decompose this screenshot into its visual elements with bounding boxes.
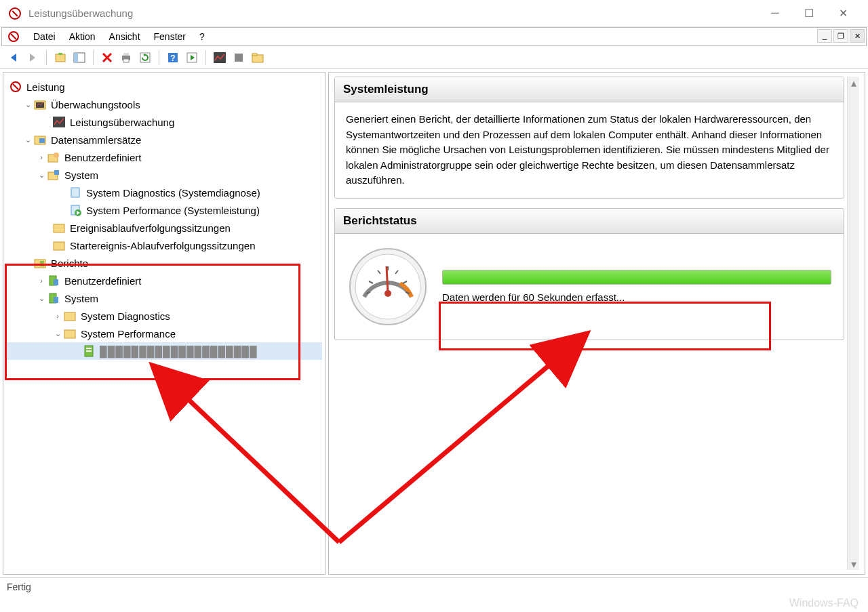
tree-reports-user[interactable]: › Benutzerdefiniert [6,272,322,289]
tree-monitoring-tools[interactable]: ⌄ Überwachungstools [6,96,322,113]
up-button[interactable] [52,49,68,66]
tree-label: ████████████████████ [100,346,258,357]
expand-icon[interactable]: ⌄ [22,136,33,144]
play-button[interactable] [184,49,200,66]
chart-button[interactable] [212,49,228,66]
delete-button[interactable] [99,49,115,66]
svg-rect-28 [54,170,59,175]
menu-ansicht[interactable]: Ansicht [102,30,147,43]
tree-root[interactable]: Leistung [6,78,322,96]
tree-reports[interactable]: ⌄ Berichte [6,254,322,272]
chart-icon [52,115,66,129]
svg-point-26 [54,152,59,158]
statusbar: Fertig [0,577,868,595]
expand-icon[interactable]: ⌄ [36,171,47,180]
svg-point-55 [384,290,391,297]
window-title: Leistungsüberwachung [28,7,765,19]
progress-text: Daten werden für 60 Sekunden erfasst... [442,291,831,303]
scrollbar[interactable]: ▴ ▾ [847,77,859,570]
menu-fenster[interactable]: Fenster [147,30,193,43]
tree-data-collector-sets[interactable]: ⌄ Datensammlersätze [6,131,322,148]
mdi-restore[interactable]: ❐ [833,29,848,43]
menubar: Datei Aktion Ansicht Fenster ? _ ❐ ✕ [1,27,867,46]
back-button[interactable] [5,49,22,66]
svg-rect-17 [252,54,257,56]
content-panel: Systemleistung Generiert einen Bericht, … [328,72,865,575]
mdi-close[interactable]: ✕ [850,29,865,43]
svg-rect-4 [56,54,65,62]
perfmon-icon [9,80,22,94]
tree-event-trace[interactable]: Ereignisablaufverfolgungssitzungen [6,219,322,237]
titlebar: Leistungsüberwachung ─ ☐ ✕ [0,0,868,27]
expand-icon[interactable]: › [52,312,63,320]
expand-icon[interactable]: ⌄ [22,259,33,268]
expand-icon[interactable]: › [36,277,47,285]
scroll-up-icon[interactable]: ▴ [848,77,859,89]
report-green-icon [47,274,60,287]
tree-sys-perf[interactable]: System Performance (Systemleistung) [6,201,322,219]
tree-label: Berichte [51,258,88,269]
tree-label: Datensammlersätze [51,134,141,146]
menu-help[interactable]: ? [193,30,212,43]
mdi-minimize[interactable]: _ [817,29,832,43]
stop-button[interactable] [231,49,247,66]
svg-rect-40 [64,312,75,321]
svg-rect-6 [74,53,78,62]
tree-panel: Leistung ⌄ Überwachungstools Leistungsüb… [3,72,326,575]
tree-perfmon[interactable]: Leistungsüberwachung [6,113,322,131]
folder-icon [52,239,66,252]
menu-aktion[interactable]: Aktion [62,30,102,43]
svg-rect-39 [54,297,58,303]
folder-button[interactable] [250,49,266,66]
help-button[interactable]: ? [165,49,181,66]
gauge-icon [347,246,429,327]
section-header: Systemleistung [335,77,844,102]
svg-rect-8 [123,53,129,56]
close-button[interactable]: ✕ [833,7,853,20]
tree-report-item[interactable]: ████████████████████ [6,342,322,360]
svg-line-54 [387,266,388,293]
expand-icon[interactable]: ⌄ [52,329,63,338]
print-button[interactable] [118,49,134,66]
report-doc-icon [82,344,96,358]
tree-sys-diag[interactable]: System Diagnostics (Systemdiagnose) [6,184,322,201]
maximize-button[interactable]: ☐ [799,7,819,20]
section-body: Generiert einen Bericht, der detailliert… [335,102,844,198]
tree-label: Benutzerdefiniert [64,275,141,287]
show-hide-tree-button[interactable] [71,49,87,66]
svg-rect-35 [40,261,44,266]
expand-icon[interactable]: ⌄ [22,100,33,109]
svg-text:?: ? [170,54,175,63]
watermark: Windows-FAQ [789,597,859,609]
tree-reports-system[interactable]: ⌄ System [6,289,322,307]
refresh-button[interactable] [137,49,153,66]
tree-reports-sys-diag[interactable]: › System Diagnostics [6,307,322,325]
forward-button[interactable] [24,49,41,66]
scroll-down-icon[interactable]: ▾ [848,558,859,570]
folder-icon [63,309,77,323]
main-area: Leistung ⌄ Überwachungstools Leistungsüb… [0,69,868,577]
tree-label: System [64,293,98,304]
mdi-controls: _ ❐ ✕ [817,29,865,43]
tree-system[interactable]: ⌄ System [6,166,322,184]
expand-icon[interactable]: ⌄ [36,294,47,303]
svg-rect-41 [64,330,75,338]
expand-icon[interactable]: › [36,153,47,161]
svg-rect-32 [54,224,64,232]
progress-fill [443,270,831,284]
progress-bar [442,270,831,285]
folder-icon [52,221,66,234]
toolbar-separator [159,50,159,65]
report-play-icon [68,203,82,217]
section-systemleistung: Systemleistung Generiert einen Bericht, … [334,77,844,199]
svg-rect-43 [86,348,92,349]
menu-datei[interactable]: Datei [26,30,62,43]
tree-user-defined[interactable]: › Benutzerdefiniert [6,148,322,166]
tree-reports-sys-perf[interactable]: ⌄ System Performance [6,325,322,342]
report-green-icon [47,291,60,305]
minimize-button[interactable]: ─ [765,7,785,20]
tree-startup-trace[interactable]: Startereignis-Ablaufverfolgungssitzungen [6,237,322,254]
collector-icon [33,133,47,146]
svg-rect-16 [252,55,263,62]
section-header: Berichtstatus [335,209,844,234]
